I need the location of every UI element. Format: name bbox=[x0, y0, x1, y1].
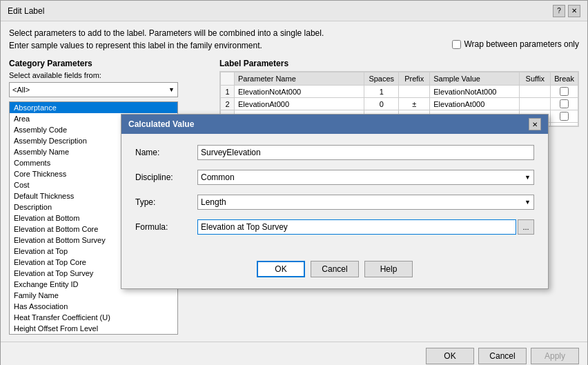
formula-input[interactable] bbox=[197, 219, 516, 235]
col-header-spaces: Spaces bbox=[364, 72, 399, 86]
chevron-down-icon: ▼ bbox=[168, 86, 175, 93]
wrap-label: Wrap between parameters only bbox=[464, 39, 579, 49]
prefix-1[interactable] bbox=[399, 86, 430, 98]
category-dropdown[interactable]: <All> ▼ bbox=[9, 82, 178, 97]
discipline-row: Discipline: Common ▼ bbox=[135, 170, 534, 185]
type-chevron-icon: ▼ bbox=[525, 199, 531, 206]
select-fields-label: Select available fields from: bbox=[9, 71, 178, 79]
list-item[interactable]: Family Name bbox=[10, 290, 177, 301]
list-item[interactable]: Height Offset From Level bbox=[10, 323, 177, 334]
formula-row: Formula: ... bbox=[135, 219, 534, 235]
help-button[interactable]: ? bbox=[553, 5, 565, 17]
break-empty bbox=[551, 123, 578, 126]
break-check-2[interactable] bbox=[560, 99, 569, 108]
spaces-2[interactable]: 0 bbox=[364, 98, 399, 110]
col-header-break: Break bbox=[551, 72, 578, 86]
spaces-1[interactable]: 1 bbox=[364, 86, 399, 98]
break-2 bbox=[551, 98, 578, 110]
discipline-value: Common bbox=[201, 172, 235, 182]
close-button[interactable]: ✕ bbox=[568, 5, 580, 17]
wrap-checkbox[interactable] bbox=[452, 40, 461, 49]
label-panel-label: Label Parameters bbox=[219, 59, 579, 68]
instruction-line1: Select parameters to add to the label. P… bbox=[9, 28, 579, 38]
main-titlebar: Edit Label ? ✕ bbox=[1, 1, 587, 21]
main-dialog-bottom: OK Cancel Apply bbox=[1, 342, 587, 365]
list-item[interactable]: Absorptance bbox=[10, 102, 177, 113]
param-name-1[interactable]: ElevationNotAt000 bbox=[235, 86, 364, 98]
table-row: 2 ElevationAt000 0 ± ElevationAt000 bbox=[221, 98, 578, 110]
discipline-dropdown[interactable]: Common ▼ bbox=[197, 170, 534, 185]
type-value: Length bbox=[201, 197, 226, 207]
prefix-2[interactable]: ± bbox=[399, 98, 430, 110]
list-item[interactable]: Heat Transfer Coefficient (U) bbox=[10, 312, 177, 323]
main-apply-button[interactable]: Apply bbox=[531, 348, 579, 364]
suffix-2[interactable] bbox=[520, 98, 551, 110]
dropdown-value: <All> bbox=[12, 86, 30, 94]
category-panel-label: Category Parameters bbox=[9, 59, 178, 68]
main-dialog-title: Edit Label bbox=[8, 6, 44, 16]
calc-dialog-bottom: OK Cancel Help bbox=[121, 255, 548, 288]
break-1 bbox=[551, 86, 578, 98]
col-header-param-name: Parameter Name bbox=[235, 72, 364, 86]
sample-2[interactable]: ElevationAt000 bbox=[430, 98, 520, 110]
calc-ok-button[interactable]: OK bbox=[257, 261, 305, 277]
param-name-2[interactable]: ElevationAt000 bbox=[235, 98, 364, 110]
name-input[interactable] bbox=[197, 145, 534, 160]
formula-label: Formula: bbox=[135, 222, 197, 232]
discipline-chevron-icon: ▼ bbox=[525, 174, 531, 181]
calc-dialog-content: Name: Discipline: Common ▼ Type: Length … bbox=[121, 134, 548, 255]
titlebar-buttons: ? ✕ bbox=[553, 5, 580, 17]
suffix-1[interactable] bbox=[520, 86, 551, 98]
calc-titlebar: Calculated Value ✕ bbox=[121, 115, 548, 134]
col-header-sample: Sample Value bbox=[430, 72, 520, 86]
calc-close-button[interactable]: ✕ bbox=[529, 118, 541, 130]
type-row: Type: Length ▼ bbox=[135, 195, 534, 210]
main-cancel-button[interactable]: Cancel bbox=[478, 348, 527, 364]
col-header-num bbox=[221, 72, 235, 86]
list-item[interactable]: Has Association bbox=[10, 301, 177, 312]
wrap-checkbox-row: Wrap between parameters only bbox=[452, 39, 579, 49]
calculated-value-dialog: Calculated Value ✕ Name: Discipline: Com… bbox=[121, 114, 549, 289]
break-check-3[interactable] bbox=[560, 112, 569, 121]
table-row: 1 ElevationNotAt000 1 ElevationNotAt000 bbox=[221, 86, 578, 98]
calc-help-button[interactable]: Help bbox=[364, 261, 413, 277]
type-label: Type: bbox=[135, 197, 197, 207]
break-3 bbox=[551, 110, 578, 123]
break-check-1[interactable] bbox=[560, 87, 569, 96]
row-num-2: 2 bbox=[221, 98, 235, 110]
col-header-prefix: Prefix bbox=[399, 72, 430, 86]
sample-1[interactable]: ElevationNotAt000 bbox=[430, 86, 520, 98]
discipline-label: Discipline: bbox=[135, 172, 197, 182]
name-row: Name: bbox=[135, 145, 534, 160]
type-dropdown[interactable]: Length ▼ bbox=[197, 195, 534, 210]
name-label: Name: bbox=[135, 148, 197, 157]
col-header-suffix: Suffix bbox=[520, 72, 551, 86]
formula-dots-button[interactable]: ... bbox=[518, 219, 534, 235]
main-ok-button[interactable]: OK bbox=[426, 348, 474, 364]
row-num-1: 1 bbox=[221, 86, 235, 98]
calc-cancel-button[interactable]: Cancel bbox=[311, 261, 359, 277]
calc-dialog-title: Calculated Value bbox=[128, 119, 194, 129]
